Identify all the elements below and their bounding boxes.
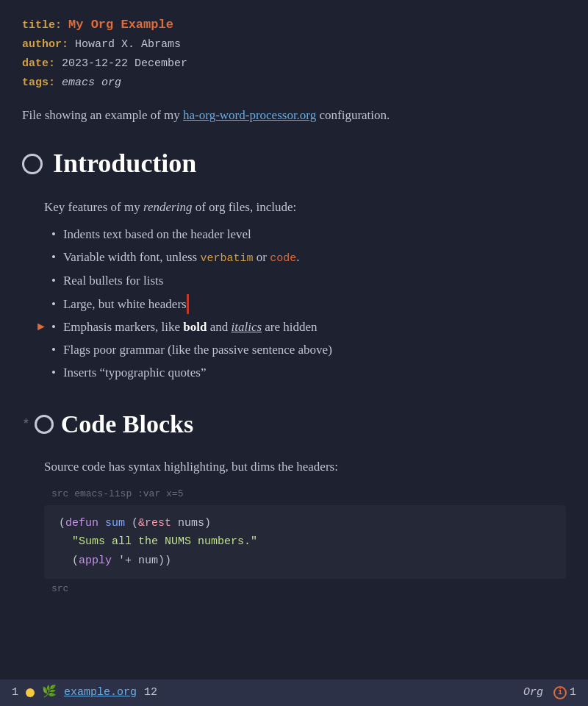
meta-date-value: 2023-12-22 December xyxy=(62,57,187,70)
section1-bullet-list: Indents text based on the header level V… xyxy=(44,224,566,382)
emacs-icon: 🌿 xyxy=(42,683,57,702)
code-block-container: src emacs-lisp :var x=5 (defun sum (&res… xyxy=(44,487,566,597)
meta-title-line: title: My Org Example xyxy=(22,15,566,35)
section1-intro: Key features of my rendering of org file… xyxy=(44,197,566,217)
syn-apply: apply xyxy=(79,555,112,567)
code-line-2: "Sums all the NUMS numbers." xyxy=(59,532,551,552)
meta-tags-key: tags: xyxy=(22,76,55,89)
meta-tags-value: emacs org xyxy=(62,76,121,89)
section1-intro-italic: rendering xyxy=(143,200,192,214)
bullet-item-text: Indents text based on the header level xyxy=(63,224,251,244)
metadata-section: title: My Org Example author: Howard X. … xyxy=(22,15,566,92)
syn-indent xyxy=(59,535,72,548)
code-text: code xyxy=(270,252,296,265)
meta-date-key: date: xyxy=(22,57,55,70)
list-item: Flags poor grammar (like the passive sen… xyxy=(51,340,566,360)
bullet-item-text: Real bullets for lists xyxy=(63,271,163,290)
heading-circle-icon xyxy=(22,154,43,174)
italic-text: italics xyxy=(232,320,262,334)
list-item: Large, but white headers xyxy=(51,294,566,314)
bullet-item-text: Large, but white headers xyxy=(63,294,189,314)
section1-heading-text: Introduction xyxy=(53,143,196,185)
code-block-header: src emacs-lisp :var x=5 xyxy=(44,487,566,502)
status-bar: 1 🌿 example.org 12 Org i 1 xyxy=(0,680,588,706)
intro-paragraph: File showing an example of my ha-org-wor… xyxy=(22,105,566,125)
status-col-number: 12 xyxy=(144,684,157,702)
list-item: Indents text based on the header level xyxy=(51,224,566,244)
meta-tags-line: tags: emacs org xyxy=(22,74,566,92)
intro-link[interactable]: ha-org-word-processor.org xyxy=(183,108,316,122)
bullet-item-text: Emphasis markers, like bold and italics … xyxy=(63,317,318,337)
list-item: Real bullets for lists xyxy=(51,271,566,290)
meta-author-value: Howard X. Abrams xyxy=(75,38,181,51)
syn-nums: nums) xyxy=(171,517,211,530)
syn-quote: ' xyxy=(118,555,125,567)
section1-body: Key features of my rendering of org file… xyxy=(22,197,566,382)
intro-text-before: File showing an example of my xyxy=(22,108,183,122)
list-item-active: ► Emphasis markers, like bold and italic… xyxy=(51,317,566,337)
meta-date-line: date: 2023-12-22 December xyxy=(22,55,566,73)
meta-author-line: author: Howard X. Abrams xyxy=(22,36,566,54)
status-mode: Org xyxy=(523,684,543,702)
bullet-item-text: Inserts “typographic quotes” xyxy=(63,363,207,382)
section1-intro-before: Key features of my xyxy=(44,200,143,214)
syn-plus: + num)) xyxy=(125,555,171,567)
section1-intro-after: of org files, include: xyxy=(192,200,296,214)
status-info: i 1 xyxy=(553,684,576,702)
syn-space2: ( xyxy=(125,517,138,530)
section2-heading: * Code Blocks xyxy=(22,404,566,444)
syn-string: "Sums all the NUMS numbers." xyxy=(72,535,257,548)
bold-text: bold xyxy=(183,320,207,334)
arrow-icon: ► xyxy=(35,318,47,337)
verbatim-text: verbatim xyxy=(200,252,253,265)
section2-heading-text: Code Blocks xyxy=(61,404,193,444)
heading-circle-outline-icon xyxy=(35,415,54,434)
list-item: Inserts “typographic quotes” xyxy=(51,363,566,382)
bullet-item-text: Flags poor grammar (like the passive sen… xyxy=(63,340,332,360)
code-line-3: (apply '+ num)) xyxy=(59,552,551,571)
meta-title-value: My Org Example xyxy=(68,18,173,32)
syn-paren: ( xyxy=(59,517,65,530)
code-block-footer: src xyxy=(44,582,566,597)
syn-defun: defun xyxy=(65,517,98,530)
code-block: (defun sum (&rest nums) "Sums all the NU… xyxy=(44,505,566,580)
section2-body: Source code has syntax highlighting, but… xyxy=(22,457,566,597)
section2-intro: Source code has syntax highlighting, but… xyxy=(44,457,566,477)
status-line-number: 1 xyxy=(12,684,18,702)
bullet-item-text: Variable width font, unless verbatim or … xyxy=(63,247,299,268)
intro-text-after: configuration. xyxy=(316,108,390,122)
section2-star-circle: * xyxy=(22,414,54,435)
syn-rest: &rest xyxy=(138,517,171,530)
code-line-1: (defun sum (&rest nums) xyxy=(59,514,551,533)
star-icon: * xyxy=(22,414,30,435)
status-info-number: 1 xyxy=(570,684,576,702)
cursor xyxy=(187,294,189,314)
status-filename[interactable]: example.org xyxy=(64,684,137,702)
meta-author-key: author: xyxy=(22,38,68,51)
meta-title-key: title: xyxy=(22,19,62,32)
syn-indent2: ( xyxy=(59,555,79,567)
info-circle-icon: i xyxy=(553,686,567,699)
syn-space xyxy=(98,517,105,530)
section1-heading: Introduction xyxy=(22,143,566,185)
status-left: 1 🌿 example.org 12 xyxy=(12,683,157,702)
syn-funcname: sum xyxy=(105,517,125,530)
syn-space3 xyxy=(112,555,118,567)
list-item: Variable width font, unless verbatim or … xyxy=(51,247,566,268)
status-right: Org i 1 xyxy=(523,684,576,702)
status-dot-icon xyxy=(26,688,35,697)
